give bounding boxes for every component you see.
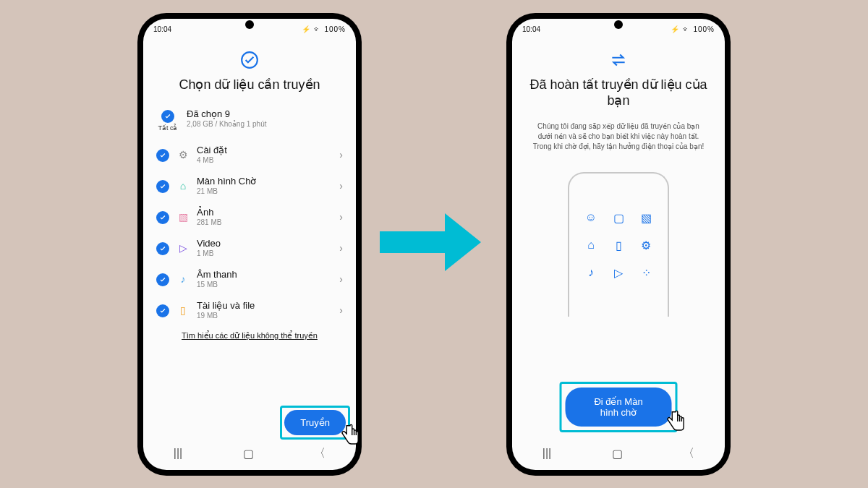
select-all-row[interactable]: Tất cả Đã chọn 9 2,08 GB / Khoảng 1 phút: [156, 106, 343, 139]
chevron-right-icon: ›: [339, 180, 343, 192]
checkbox-icon[interactable]: [156, 180, 169, 193]
category-icon: ⚙: [176, 148, 190, 161]
nav-recent-icon[interactable]: |||: [174, 447, 182, 460]
status-time: 10:04: [153, 25, 171, 33]
nav-back-icon[interactable]: 〈: [314, 446, 326, 461]
android-navbar: ||| ▢ 〈: [143, 442, 356, 464]
music-icon: ♪: [582, 263, 600, 282]
transfer-button[interactable]: Truyền: [284, 410, 346, 435]
category-row[interactable]: ▷Video1 MB›: [156, 232, 343, 263]
transfer-arrows-icon: [525, 51, 712, 69]
device-illustration: ☺ ▢ ▧ ⌂ ▯ ⚙ ♪ ▷ ⁘: [568, 172, 669, 317]
home-icon: ⌂: [582, 236, 600, 254]
document-icon: ▯: [609, 236, 628, 254]
selected-count: Đã chọn 9: [187, 108, 267, 119]
category-icon: ♪: [176, 273, 190, 286]
category-row[interactable]: ▧Ảnh281 MB›: [156, 201, 343, 232]
contact-icon: ☺: [582, 208, 600, 227]
category-icon: ⌂: [176, 179, 190, 192]
category-icon: ▧: [176, 210, 190, 223]
go-home-button[interactable]: Đi đến Màn hình chờ: [566, 388, 672, 427]
page-title: Chọn dữ liệu cần truyền: [156, 77, 343, 93]
category-name: Video: [197, 238, 221, 249]
checkbox-all-icon[interactable]: [161, 110, 174, 123]
category-size: 281 MB: [197, 218, 221, 226]
checkbox-icon[interactable]: [156, 211, 169, 224]
checkbox-icon[interactable]: [156, 149, 169, 162]
content-left: Chọn dữ liệu cần truyền Tất cả Đã chọn 9…: [143, 39, 356, 470]
category-size: 4 MB: [197, 156, 227, 164]
category-icon: ▯: [176, 304, 190, 317]
page-subtext: Chúng tôi đang sắp xếp dữ liệu đã truyền…: [525, 121, 712, 152]
checkbox-icon[interactable]: [156, 304, 169, 317]
settings-icon: ⚙: [637, 236, 655, 254]
apps-icon: ⁘: [637, 263, 655, 282]
selected-size: 2,08 GB / Khoảng 1 phút: [187, 120, 267, 128]
learn-more-link[interactable]: Tìm hiểu các dữ liệu không thể truyền: [156, 331, 343, 341]
category-size: 19 MB: [197, 312, 255, 320]
nav-home-icon[interactable]: ▢: [243, 447, 254, 461]
category-name: Tài liệu và file: [197, 300, 255, 311]
camera-notch: [614, 20, 623, 29]
category-size: 15 MB: [197, 281, 237, 288]
image-icon: ▧: [637, 208, 655, 227]
category-row[interactable]: ▯Tài liệu và file19 MB›: [156, 294, 343, 325]
category-icon: ▷: [176, 241, 190, 254]
category-name: Cài đặt: [197, 145, 227, 155]
checkbox-icon[interactable]: [156, 273, 169, 286]
tutorial-stage: 10:04 ⚡ ᯤ 100% Chọn dữ liệu cần truyền T…: [0, 0, 868, 488]
check-circle-icon: [156, 51, 343, 69]
category-name: Ảnh: [197, 207, 221, 218]
video-icon: ▷: [609, 263, 628, 282]
page-title: Đã hoàn tất truyền dữ liệu của bạn: [525, 77, 712, 108]
category-name: Màn hình Chờ: [197, 176, 256, 187]
chevron-right-icon: ›: [339, 149, 343, 160]
phone-frame-right: 10:04 ⚡ ᯤ 100% Đã hoàn tất truyền dữ liệ…: [506, 13, 731, 476]
category-name: Âm thanh: [197, 269, 237, 280]
chevron-right-icon: ›: [339, 304, 343, 316]
status-icons: ⚡ ᯤ 100%: [302, 25, 346, 33]
chevron-right-icon: ›: [339, 242, 343, 254]
screen-right: 10:04 ⚡ ᯤ 100% Đã hoàn tất truyền dữ liệ…: [512, 19, 725, 470]
category-row[interactable]: ⌂Màn hình Chờ21 MB›: [156, 170, 343, 201]
screen-left: 10:04 ⚡ ᯤ 100% Chọn dữ liệu cần truyền T…: [143, 19, 356, 470]
category-size: 21 MB: [197, 187, 256, 195]
phone-frame-left: 10:04 ⚡ ᯤ 100% Chọn dữ liệu cần truyền T…: [137, 13, 362, 476]
all-label: Tất cả: [158, 124, 178, 132]
chevron-right-icon: ›: [339, 273, 343, 285]
flow-arrow-icon: [376, 210, 485, 278]
status-icons: ⚡ ᯤ 100%: [671, 25, 715, 33]
camera-notch: [245, 20, 254, 29]
chevron-right-icon: ›: [339, 211, 343, 223]
category-row[interactable]: ♪Âm thanh15 MB›: [156, 263, 343, 294]
category-size: 1 MB: [197, 249, 221, 257]
status-time: 10:04: [522, 25, 540, 33]
message-icon: ▢: [609, 208, 628, 227]
category-row[interactable]: ⚙Cài đặt4 MB›: [156, 139, 343, 170]
checkbox-icon[interactable]: [156, 242, 169, 255]
nav-home-icon[interactable]: ▢: [612, 447, 623, 461]
nav-back-icon[interactable]: 〈: [683, 446, 694, 461]
nav-recent-icon[interactable]: |||: [542, 447, 551, 460]
android-navbar: ||| ▢ 〈: [512, 442, 725, 464]
